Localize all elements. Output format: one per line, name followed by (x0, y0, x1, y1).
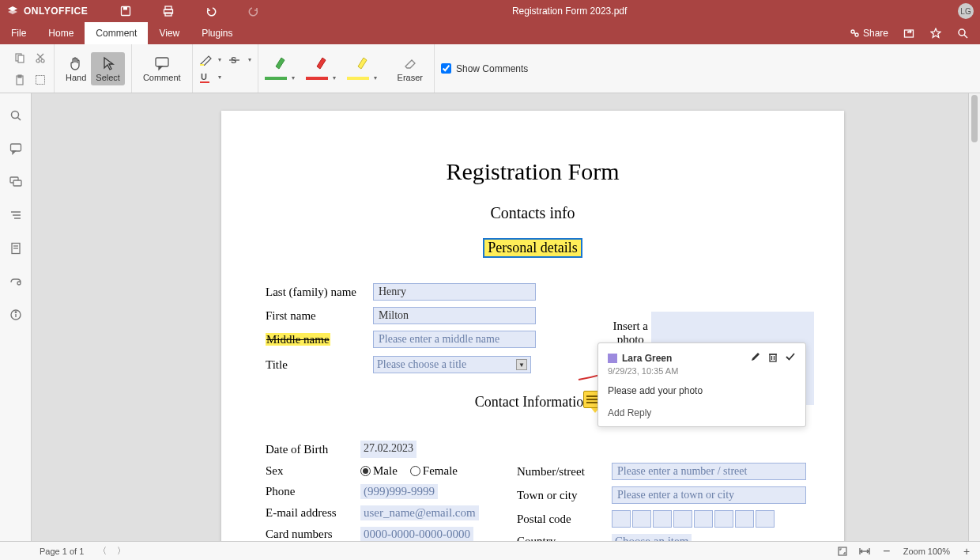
strikeout-tool[interactable]: S ▾ (229, 55, 251, 66)
menu-comment[interactable]: Comment (85, 22, 148, 44)
fit-width-icon[interactable] (859, 546, 870, 557)
menu-home[interactable]: Home (37, 22, 85, 44)
label-title: Title (266, 358, 373, 372)
svg-rect-35 (13, 180, 21, 186)
open-location-icon[interactable] (903, 27, 915, 40)
label-first-name: First name (266, 309, 373, 323)
menu-bar: File Home Comment View Plugins Share (0, 22, 980, 44)
underline-tool[interactable]: U ▾ (199, 72, 221, 83)
svg-marker-24 (159, 66, 162, 70)
select-all-icon[interactable] (33, 73, 47, 87)
svg-marker-22 (104, 58, 113, 70)
highlight-green[interactable]: ▾ (265, 55, 295, 81)
input-dob[interactable]: 27.02.2023 (360, 441, 416, 458)
svg-rect-3 (123, 7, 127, 10)
print-icon[interactable] (162, 5, 175, 17)
chevron-down-icon[interactable]: ▾ (218, 74, 221, 81)
chevron-down-icon[interactable]: ▼ (516, 359, 527, 370)
input-phone[interactable]: (999)999-9999 (360, 484, 438, 499)
delete-comment-icon[interactable] (767, 351, 778, 365)
paste-icon[interactable] (13, 73, 27, 87)
label-dob: Date of Birth (266, 443, 360, 456)
highlight-red[interactable]: ▾ (306, 55, 336, 81)
radio-male[interactable]: Male (360, 464, 398, 478)
toolbar: Hand Select Comment ▾ U ▾ S ▾ (0, 44, 980, 93)
input-last-name[interactable]: Henry (373, 283, 536, 301)
svg-rect-14 (18, 55, 24, 62)
save-icon[interactable] (119, 5, 132, 17)
vertical-scrollbar[interactable] (968, 93, 980, 541)
select-country[interactable]: Choose an item (612, 534, 692, 541)
svg-text:U: U (201, 72, 207, 81)
find-icon[interactable] (8, 108, 24, 123)
doc-heading: Registration Form (259, 158, 806, 185)
hand-tool[interactable]: Hand (61, 52, 91, 85)
section-personal-details: Personal details (483, 238, 582, 258)
document-viewport[interactable]: Registration Form Contacts info Personal… (32, 93, 968, 541)
chevron-down-icon[interactable]: ▾ (218, 56, 221, 63)
title-bar: ONLYOFFICE Registration Form 2023.pdf LG (0, 0, 980, 22)
favorite-icon[interactable] (929, 27, 942, 40)
input-email[interactable]: user_name@email.com (360, 505, 479, 520)
label-number-street: Number/street (517, 465, 612, 479)
cut-icon[interactable] (33, 51, 47, 65)
svg-point-30 (11, 112, 18, 119)
menu-file[interactable]: File (0, 22, 37, 44)
feedback-icon[interactable] (8, 274, 24, 289)
input-card[interactable]: 0000-0000-0000-0000 (360, 527, 473, 541)
label-postal: Postal code (517, 513, 612, 526)
about-icon[interactable] (8, 307, 24, 323)
copy-icon[interactable] (13, 51, 27, 65)
resolve-comment-icon[interactable] (785, 351, 796, 365)
zoom-level[interactable]: Zoom 100% (903, 547, 950, 556)
next-page-icon[interactable]: 〉 (115, 546, 126, 557)
svg-rect-47 (770, 354, 776, 361)
fit-page-icon[interactable] (837, 546, 848, 557)
select-tool[interactable]: Select (91, 52, 125, 85)
zoom-in-icon[interactable]: + (961, 546, 972, 557)
menu-plugins[interactable]: Plugins (190, 22, 243, 44)
redo-icon[interactable] (247, 5, 260, 17)
input-postal[interactable] (612, 510, 775, 528)
comment-tool[interactable]: Comment (138, 52, 186, 85)
select-title[interactable]: Please choose a title ▼ (373, 356, 531, 373)
input-number-street[interactable]: Please enter a number / street (612, 463, 806, 480)
edit-comment-icon[interactable] (750, 351, 761, 365)
label-phone: Phone (266, 485, 360, 498)
comment-color-icon (608, 354, 617, 363)
navigation-icon[interactable] (8, 207, 24, 223)
comment-timestamp: 9/29/23, 10:35 AM (608, 366, 796, 376)
highlight-yellow[interactable]: ▾ (347, 55, 377, 81)
label-email: E-mail address (266, 506, 360, 520)
eraser-tool[interactable]: Eraser (393, 52, 428, 85)
add-reply-link[interactable]: Add Reply (608, 407, 796, 418)
thumbnails-icon[interactable] (8, 240, 24, 256)
svg-rect-9 (905, 30, 914, 37)
svg-marker-1 (8, 9, 17, 14)
comment-text: Please add your photo (608, 385, 796, 396)
radio-female[interactable]: Female (410, 464, 458, 478)
search-icon[interactable] (956, 27, 969, 40)
user-avatar[interactable]: LG (958, 3, 974, 19)
svg-point-11 (959, 29, 965, 36)
label-sex: Sex (266, 464, 360, 478)
prev-page-icon[interactable]: 〈 (96, 546, 107, 557)
svg-rect-23 (156, 58, 168, 66)
highlight-tool[interactable]: ▾ (199, 55, 221, 66)
zoom-out-icon[interactable]: − (881, 546, 892, 557)
chevron-down-icon[interactable]: ▾ (248, 56, 251, 63)
label-card: Card numbers (266, 528, 360, 541)
share-button[interactable]: Share (849, 28, 888, 39)
comments-panel-icon[interactable] (8, 141, 24, 157)
undo-icon[interactable] (205, 5, 217, 17)
page-indicator: Page 1 of 1 (40, 547, 84, 556)
show-comments-checkbox[interactable]: Show Comments (441, 63, 528, 74)
input-first-name[interactable]: Milton (373, 307, 536, 324)
chat-icon[interactable] (8, 174, 24, 190)
label-last-name: Last (family) name (266, 286, 373, 299)
svg-rect-27 (200, 81, 209, 83)
input-town[interactable]: Please enter a town or city (612, 486, 806, 504)
status-bar: Page 1 of 1 〈 〉 − Zoom 100% + (0, 541, 980, 560)
menu-view[interactable]: View (148, 22, 190, 44)
input-middle-name[interactable]: Please enter a middle name (373, 331, 536, 348)
